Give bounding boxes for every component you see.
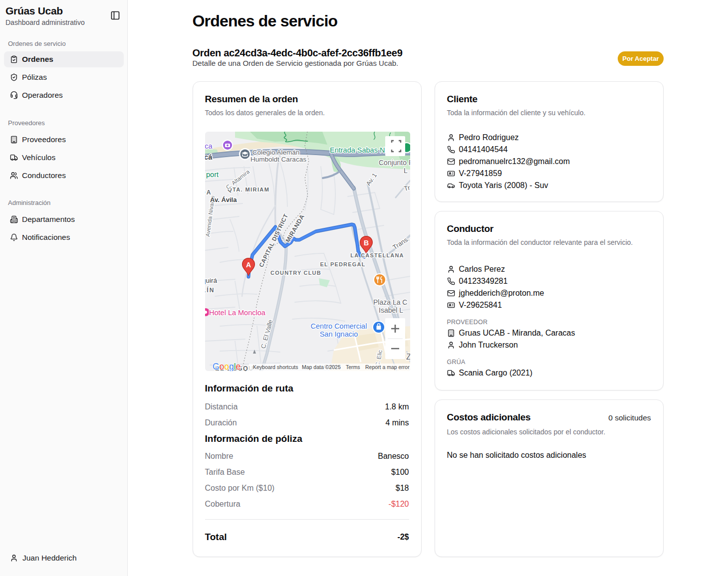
svg-text:e: e: [236, 362, 241, 371]
svg-text:G: G: [213, 362, 220, 371]
svg-text:Z: Z: [406, 353, 410, 361]
svg-text:Terms: Terms: [346, 364, 360, 370]
svg-text:B: B: [363, 239, 368, 247]
svg-text:COUNTRY CLUB: COUNTRY CLUB: [270, 270, 321, 276]
svg-text:Colegio Alemán: Colegio Alemán: [252, 149, 299, 156]
svg-text:San Ignacio: San Ignacio: [319, 330, 358, 338]
svg-text:Centro Comercial: Centro Comercial: [310, 322, 367, 330]
svg-text:yaca: yaca: [205, 142, 213, 150]
svg-text:quirá: quirá: [205, 277, 218, 284]
svg-text:EL PEDREGAL: EL PEDREGAL: [320, 261, 365, 267]
svg-text:A: A: [245, 261, 250, 269]
svg-text:DA: DA: [205, 189, 212, 196]
svg-text:LA CASTELLANA: LA CASTELLANA: [350, 252, 404, 258]
svg-text:Humboldt Caracas: Humboldt Caracas: [250, 156, 306, 163]
svg-text:Conjunto F: Conjunto F: [379, 159, 410, 167]
svg-text:Hotel La Moncloa: Hotel La Moncloa: [209, 309, 266, 317]
svg-text:Isabel L: Isabel L: [379, 306, 403, 314]
svg-text:Entrada Sabas Nie: Entrada Sabas Nie: [330, 146, 391, 154]
svg-text:acá: acá: [205, 153, 213, 161]
svg-text:L: L: [404, 167, 408, 175]
svg-text:Keyboard shortcuts: Keyboard shortcuts: [253, 364, 298, 370]
svg-text:LÍN: LÍN: [205, 286, 215, 294]
svg-text:Av. Ávila: Av. Ávila: [210, 196, 237, 203]
svg-text:g: g: [229, 362, 234, 371]
svg-text:Report a map error: Report a map error: [365, 364, 410, 370]
svg-text:o: o: [224, 362, 229, 371]
svg-text:Map data ©2025: Map data ©2025: [302, 364, 341, 370]
svg-text:Plaza La C: Plaza La C: [373, 298, 407, 306]
svg-text:port: port: [206, 171, 219, 179]
svg-text:o: o: [219, 362, 224, 371]
svg-text:QTA. MIRIAM: QTA. MIRIAM: [228, 187, 269, 192]
